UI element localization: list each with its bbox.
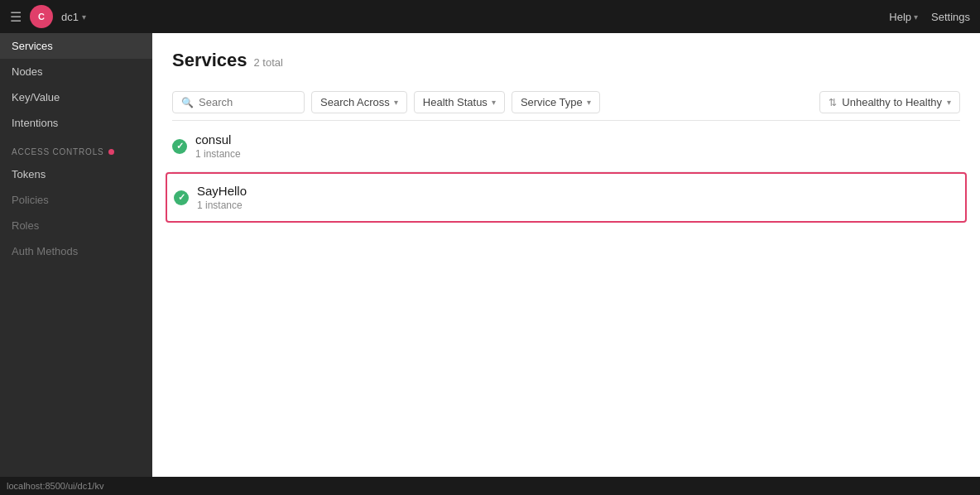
service-info: consul 1 instance — [195, 132, 241, 160]
service-info: SayHello 1 instance — [197, 184, 247, 211]
sort-chevron-icon: ▾ — [947, 98, 951, 107]
service-instance-count: 1 instance — [197, 199, 247, 211]
service-type-button[interactable]: Service Type ▾ — [512, 91, 600, 113]
sidebar: Services Nodes Key/Value Intentions ACCE… — [0, 33, 152, 477]
service-row[interactable]: consul 1 instance — [172, 121, 960, 172]
statusbar-url: localhost:8500/ui/dc1/kv — [7, 481, 103, 491]
access-controls-dot — [108, 149, 114, 155]
search-across-button[interactable]: Search Across ▾ — [311, 91, 407, 113]
search-box[interactable]: 🔍 — [172, 91, 305, 113]
sidebar-item-keyvalue[interactable]: Key/Value — [0, 84, 152, 110]
search-across-chevron-icon: ▾ — [394, 98, 398, 107]
service-name: SayHello — [197, 184, 247, 198]
sort-icon: ⇅ — [829, 97, 837, 108]
hamburger-icon[interactable]: ☰ — [10, 9, 22, 25]
service-name: consul — [195, 132, 241, 147]
dc-label: dc1 — [61, 11, 79, 23]
toolbar: 🔍 Search Across ▾ Health Status ▾ Servic… — [172, 84, 960, 121]
help-link[interactable]: Help ▾ — [889, 11, 918, 23]
health-status-label: Health Status — [423, 96, 488, 108]
statusbar: localhost:8500/ui/dc1/kv — [0, 477, 980, 495]
settings-label: Settings — [931, 11, 970, 23]
service-instance-count: 1 instance — [195, 148, 241, 160]
sort-button[interactable]: ⇅ Unhealthy to Healthy ▾ — [819, 91, 960, 113]
top-nav: ☰ C dc1 ▾ Help ▾ Settings — [0, 0, 980, 33]
sidebar-item-nodes[interactable]: Nodes — [0, 59, 152, 84]
sidebar-item-roles[interactable]: Roles — [0, 213, 152, 238]
dc-chevron-icon: ▾ — [82, 12, 86, 22]
topnav-left: ☰ C dc1 ▾ — [10, 5, 86, 28]
access-controls-label: ACCESS CONTROLS — [0, 136, 152, 161]
search-across-label: Search Across — [320, 96, 390, 108]
page-title: Services — [172, 50, 247, 71]
health-status-button[interactable]: Health Status ▾ — [414, 91, 505, 113]
help-label: Help — [889, 11, 911, 23]
service-type-chevron-icon: ▾ — [587, 98, 591, 107]
sort-label: Unhealthy to Healthy — [842, 96, 942, 108]
search-icon: 🔍 — [181, 97, 194, 108]
status-passing-icon — [174, 190, 189, 205]
health-status-chevron-icon: ▾ — [492, 98, 496, 107]
service-list: consul 1 instance SayHello 1 instance — [172, 121, 960, 223]
settings-link[interactable]: Settings — [931, 11, 970, 23]
sidebar-item-auth-methods[interactable]: Auth Methods — [0, 238, 152, 264]
service-type-label: Service Type — [521, 96, 583, 108]
topnav-right: Help ▾ Settings — [889, 11, 970, 23]
page-header: Services 2 total — [172, 50, 960, 71]
sidebar-item-intentions[interactable]: Intentions — [0, 110, 152, 136]
sidebar-item-policies[interactable]: Policies — [0, 187, 152, 213]
help-chevron-icon: ▾ — [914, 12, 918, 22]
service-row[interactable]: SayHello 1 instance — [166, 172, 967, 223]
status-passing-icon — [172, 139, 187, 154]
dc-selector[interactable]: dc1 ▾ — [61, 11, 86, 23]
main-content: Services 2 total 🔍 Search Across ▾ Healt… — [152, 33, 980, 477]
consul-logo: C — [30, 5, 53, 28]
sidebar-item-tokens[interactable]: Tokens — [0, 161, 152, 187]
sidebar-item-services[interactable]: Services — [0, 33, 152, 59]
page-count: 2 total — [254, 56, 283, 69]
search-input[interactable] — [199, 96, 295, 108]
layout: Services Nodes Key/Value Intentions ACCE… — [0, 33, 980, 477]
